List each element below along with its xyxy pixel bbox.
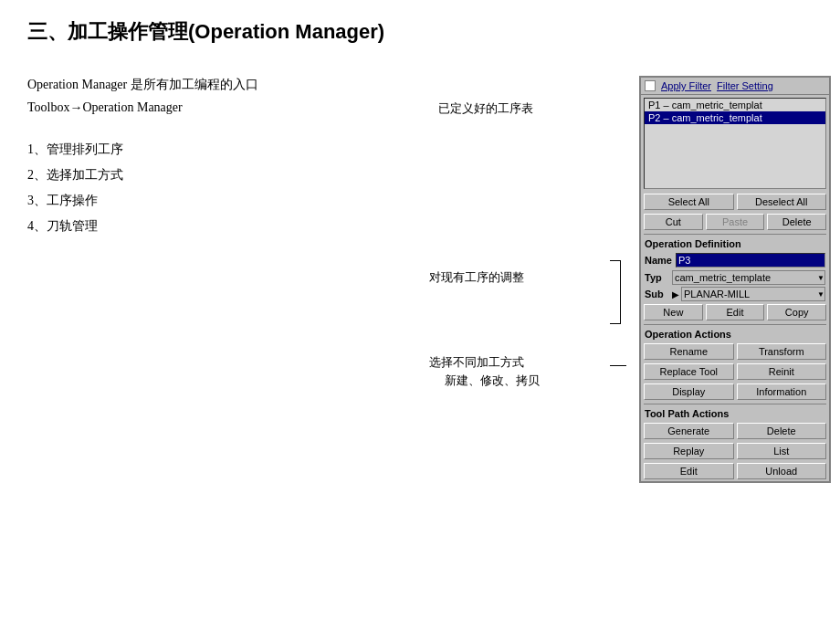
new-button[interactable]: New	[644, 304, 703, 320]
type-row: Typ cam_metric_template ▼	[641, 269, 829, 286]
type-dropdown[interactable]: cam_metric_template	[672, 270, 825, 285]
tool-path-actions-label: Tool Path Actions	[641, 406, 829, 421]
display-button[interactable]: Display	[644, 383, 734, 400]
generate-delete-row: Generate Delete	[641, 421, 829, 441]
type-label: Typ	[645, 272, 670, 283]
select-row: Select All Deselect All	[641, 192, 829, 212]
name-input[interactable]	[676, 253, 825, 268]
new-edit-copy-row: New Edit Copy	[641, 302, 829, 322]
annotation-select-method: 选择不同加工方式	[429, 354, 524, 371]
rename-transform-row: Rename Transform	[641, 341, 829, 362]
annotation-defined-table: 已定义好的工序表	[438, 100, 533, 117]
annotation-new-copy: 新建、修改、拷贝	[445, 373, 540, 389]
bracket-adjust	[610, 260, 621, 324]
select-all-button[interactable]: Select All	[644, 194, 734, 210]
apply-filter-link[interactable]: Apply Filter	[661, 80, 711, 91]
replay-button[interactable]: Replay	[644, 443, 734, 459]
filter-setting-link[interactable]: Filter Setting	[717, 80, 773, 91]
operations-list[interactable]: P1 – cam_metric_templat P2 – cam_metric_…	[644, 98, 826, 189]
annotation-line	[610, 365, 626, 366]
replay-list-row: Replay List	[641, 441, 829, 461]
subtype-label: Sub	[645, 289, 670, 299]
reinit-button[interactable]: Reinit	[737, 363, 827, 380]
subtype-dropdown[interactable]: PLANAR-MILL	[681, 287, 825, 301]
edit-button[interactable]: Edit	[706, 304, 765, 320]
tp-edit-button[interactable]: Edit	[644, 463, 734, 479]
replace-reinit-row: Replace Tool Reinit	[641, 362, 829, 382]
name-label: Name	[645, 255, 672, 266]
subtype-arrow-icon: ▶	[672, 289, 679, 299]
rename-button[interactable]: Rename	[644, 343, 734, 360]
panel-header: Apply Filter Filter Setting	[641, 78, 829, 95]
information-button[interactable]: Information	[737, 383, 827, 400]
cut-row: Cut Paste Delete	[641, 212, 829, 232]
page-title: 三、加工操作管理(Operation Manager)	[27, 18, 813, 46]
replace-tool-button[interactable]: Replace Tool	[644, 363, 734, 380]
copy-button[interactable]: Copy	[767, 304, 826, 320]
op-actions-label: Operation Actions	[641, 327, 829, 341]
subtype-dropdown-wrapper: PLANAR-MILL ▼	[681, 287, 825, 301]
name-row: Name	[641, 251, 829, 269]
divider-1	[644, 234, 826, 235]
display-info-row: Display Information	[641, 382, 829, 402]
op-definition-label: Operation Definition	[641, 236, 829, 251]
subtype-row: Sub ▶ PLANAR-MILL ▼	[641, 286, 829, 302]
unload-button[interactable]: Unload	[737, 463, 827, 479]
cut-button[interactable]: Cut	[644, 214, 703, 230]
transform-button[interactable]: Transform	[737, 343, 827, 360]
list-item-p2[interactable]: P2 – cam_metric_templat	[645, 111, 825, 124]
edit-unload-row: Edit Unload	[641, 461, 829, 481]
operation-manager-panel: Apply Filter Filter Setting P1 – cam_met…	[639, 76, 831, 483]
tp-delete-button[interactable]: Delete	[737, 423, 827, 439]
list-item-p1[interactable]: P1 – cam_metric_templat	[645, 99, 825, 111]
deselect-all-button[interactable]: Deselect All	[737, 194, 827, 210]
divider-2	[644, 324, 826, 325]
annotation-adjust-ops: 对现有工序的调整	[429, 269, 524, 286]
divider-3	[644, 404, 826, 404]
list-button[interactable]: List	[737, 443, 827, 459]
apply-filter-checkbox[interactable]	[645, 80, 656, 91]
generate-button[interactable]: Generate	[644, 423, 734, 439]
paste-button[interactable]: Paste	[706, 214, 765, 230]
delete-button[interactable]: Delete	[767, 214, 826, 230]
type-dropdown-wrapper: cam_metric_template ▼	[672, 270, 825, 285]
